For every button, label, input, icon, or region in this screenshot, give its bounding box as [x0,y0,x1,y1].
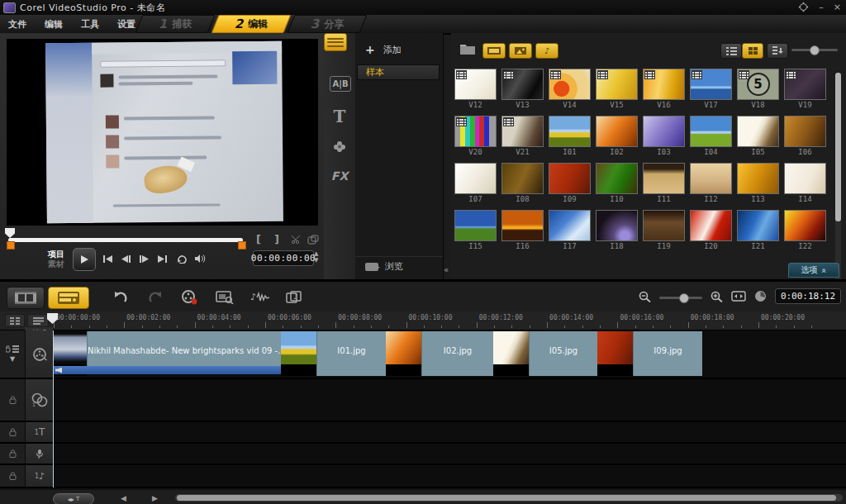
repeat-icon[interactable] [173,251,190,266]
overlay-track-icon[interactable]: 1 [25,379,55,421]
thumbnail-I22[interactable] [784,210,826,241]
thumbnail-I03[interactable] [643,116,685,147]
video-track-icon[interactable] [25,330,55,378]
graphic-library-icon[interactable] [327,136,352,157]
menu-item-设置[interactable]: 设置 [114,17,139,32]
thumbnail-I18[interactable] [596,210,638,241]
timeline-clip[interactable]: I05.jpg [493,331,597,376]
prev-frame-icon[interactable] [117,251,134,266]
pin-icon[interactable] [798,2,809,12]
thumbnail-I13[interactable] [737,163,779,194]
timecode-spinner[interactable]: ▲▼ [314,250,318,264]
music-track-lane[interactable] [54,465,846,487]
mark-in-icon[interactable]: [ [256,233,261,245]
overlay-track-lane[interactable] [54,379,846,421]
gallery-item-I01[interactable]: I01 [547,115,594,162]
gallery-item-I12[interactable]: I12 [688,162,735,209]
timeline-clip[interactable]: I09.jpg [597,331,702,376]
instant-project-button[interactable] [211,288,239,307]
gallery-item-V18[interactable]: 5V18 [735,68,782,115]
overlay-track-lock[interactable] [0,379,25,421]
timeline-scrollbar[interactable] [175,494,843,502]
gallery-item-I22[interactable]: I22 [782,209,829,256]
gallery-item-I08[interactable]: I08 [500,162,547,209]
thumbnail-I05[interactable] [737,116,779,147]
trim-bar[interactable] [8,238,243,242]
chevron-down-icon[interactable]: ▼ [10,355,15,363]
grid-view-icon[interactable] [742,43,763,59]
gallery-item-I21[interactable]: I21 [735,209,782,256]
thumbnail-I06[interactable] [784,116,826,147]
thumbnail-V12[interactable] [454,69,497,100]
timeline-clip[interactable]: I02.jpg [386,331,493,376]
project-duration[interactable]: 0:00:18:12 [775,288,841,304]
thumbnail-size-slider[interactable] [791,49,838,51]
clip-body[interactable]: Nikhil Mahashabde- New brightsparks vid … [87,331,281,366]
gallery-item-I13[interactable]: I13 [735,162,782,209]
folder-icon[interactable] [459,42,476,55]
thumbnail-I08[interactable] [501,163,544,194]
voice-track-lock[interactable] [0,444,25,464]
thumbnail-I21[interactable] [737,210,779,241]
thumbnail-V13[interactable] [501,69,544,100]
thumbnail-I19[interactable] [643,210,685,241]
sound-mixer-button[interactable]: ♪ [281,288,309,307]
gallery-item-I05[interactable]: I05 [735,115,782,162]
preview-playhead[interactable] [5,228,15,238]
gallery-item-I07[interactable]: I07 [453,162,500,209]
thumbnail-I12[interactable] [690,163,732,194]
clip-audio-bar[interactable] [54,366,281,374]
music-track-lock[interactable] [0,465,25,487]
filter-video-icon[interactable] [482,43,506,59]
title-track-lock[interactable] [0,422,25,442]
filter-library-icon[interactable]: FX [327,165,352,187]
go-end-icon[interactable] [154,251,170,266]
options-button[interactable]: 选项« [788,263,839,278]
gallery-item-I17[interactable]: I17 [547,209,594,256]
voice-track-lane[interactable] [54,444,846,464]
thumbnail-V19[interactable] [784,69,826,100]
add-category-row[interactable]: + 添加 [355,41,443,58]
title-track-lane[interactable] [54,422,846,442]
gallery-item-V13[interactable]: V13 [500,68,547,115]
mix-audio-button[interactable]: ♪ [246,288,274,307]
gallery-item-V17[interactable]: V17 [688,68,735,115]
clip-body[interactable]: I09.jpg [633,331,702,376]
thumbnail-I11[interactable] [643,163,685,194]
gallery-item-V19[interactable]: V19 [782,68,829,115]
split-clip-icon[interactable] [291,235,302,245]
mark-out-icon[interactable]: ] [274,233,279,245]
thumbnail-I02[interactable] [596,116,638,147]
title-library-icon[interactable]: T [327,106,352,127]
thumbnail-I07[interactable] [454,163,497,194]
scroll-left-icon[interactable]: ◀ [121,494,126,502]
gallery-item-V12[interactable]: V12 [453,68,500,115]
browse-row[interactable]: 浏览 [355,256,443,273]
minimize-button[interactable]: – [819,2,824,12]
thumbnail-V16[interactable] [643,69,685,100]
gallery-item-I09[interactable]: I09 [547,162,594,209]
thumbnail-V18[interactable]: 5 [737,69,779,100]
list-view-icon[interactable] [720,43,742,59]
filter-audio-icon[interactable]: ♪ [535,43,558,59]
mode-clip-label[interactable]: 素材 [48,259,64,269]
thumbnail-V14[interactable] [549,69,591,100]
timeline-clip[interactable]: I01.jpg [281,331,386,376]
video-track-lane[interactable]: Nikhil Mahashabde- New brightsparks vid … [54,330,846,378]
scroll-right-icon[interactable]: ▶ [152,494,158,502]
clip-body[interactable]: I01.jpg [316,331,386,376]
title-track-icon[interactable]: 1T [25,422,55,442]
thumbnail-I14[interactable] [784,163,826,194]
filter-photo-icon[interactable] [509,43,532,59]
step-tab-编辑[interactable]: 2编辑 [215,15,288,33]
thumbnail-I16[interactable] [501,210,544,241]
category-item-sample[interactable]: 样本 [357,64,440,80]
transition-library-icon[interactable]: A|B [330,76,351,92]
play-button[interactable] [73,248,96,271]
gallery-item-V15[interactable]: V15 [594,68,641,115]
thumbnail-V21[interactable] [501,116,544,147]
record-capture-button[interactable] [175,288,203,307]
timeline-clip[interactable]: Nikhil Mahashabde- New brightsparks vid … [54,331,281,376]
gallery-item-I14[interactable]: I14 [782,162,829,209]
clip-body[interactable]: I05.jpg [529,331,597,376]
